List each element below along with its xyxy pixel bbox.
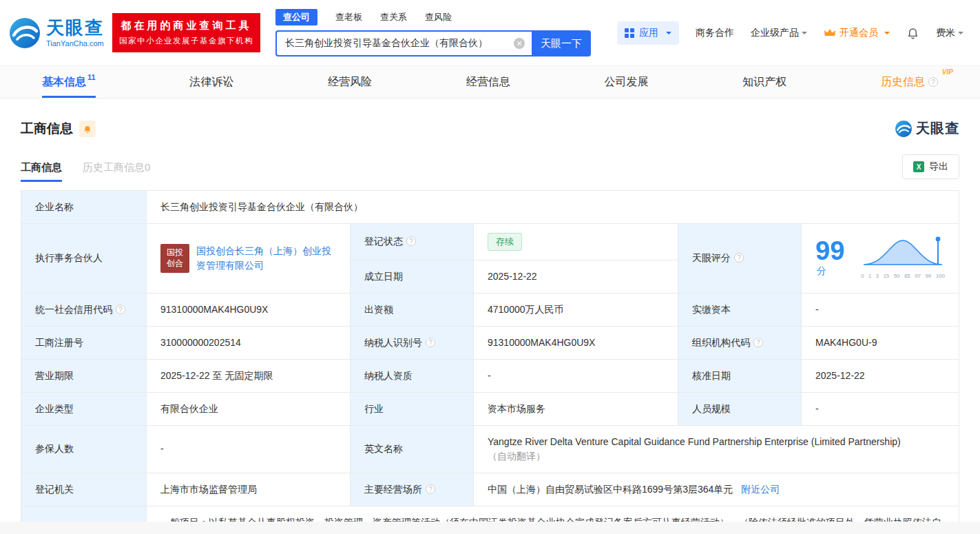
promo-line1: 都在用的商业查询工具	[119, 19, 253, 32]
business-info-table: 企业名称 长三角创业投资引导基金合伙企业（有限合伙） 执行事务合伙人 国投 创合…	[21, 190, 959, 534]
help-icon[interactable]: ?	[753, 338, 763, 347]
apps-menu[interactable]: 应用	[617, 21, 679, 45]
brand-watermark: 天眼查	[895, 119, 959, 138]
help-icon[interactable]: ?	[426, 338, 435, 347]
company-name-label: 企业名称	[21, 191, 147, 224]
tyc-score-label: 天眼评分?	[678, 224, 802, 294]
taxpayer-qualification-value: -	[474, 359, 678, 392]
chevron-down-icon	[802, 32, 807, 37]
subtab-history-business-info[interactable]: 历史工商信息0	[83, 161, 150, 182]
clear-search-icon[interactable]: ✕	[514, 38, 525, 49]
executive-partner-label: 执行事务合伙人	[21, 224, 147, 294]
tianyancha-logo-icon	[895, 120, 913, 138]
taxpayer-qualification-label: 纳税人资质	[351, 359, 474, 392]
top-navigation: 应用 商务合作 企业级产品 开通会员 费米	[617, 21, 963, 45]
search-area: 查公司 查老板 查关系 查风险 ✕ 天眼一下	[275, 9, 591, 57]
score-distribution-chart: 0131550859799100	[861, 236, 945, 280]
table-row: 执行事务合伙人 国投 创合 国投创合长三角（上海）创业投资管理有限公司 登记状态…	[21, 224, 959, 260]
search-tab-risk[interactable]: 查风险	[425, 11, 452, 23]
tianyancha-logo[interactable]: 天眼查 TianYanCha.com	[8, 17, 104, 50]
business-place-label: 主要经营场所?	[351, 473, 474, 506]
subscribe-bell-icon[interactable]	[79, 121, 96, 137]
tyc-score-value: 99分 0131550859799100	[802, 224, 959, 294]
tab-intellectual-property[interactable]: 知识产权	[738, 66, 791, 98]
english-name-value: Yangtze River Delta Venture Capital Guid…	[474, 425, 959, 473]
help-icon[interactable]: ?	[406, 236, 416, 246]
tab-legal[interactable]: 法律诉讼	[185, 66, 238, 98]
company-name-value: 长三角创业投资引导基金合伙企业（有限合伙）	[147, 191, 959, 224]
svg-text:X: X	[917, 163, 921, 171]
search-tab-boss[interactable]: 查老板	[335, 11, 362, 23]
section-tabbar: 基本信息11 法律诉讼 经营风险 经营信息 公司发展 知识产权 VIP 历史信息…	[0, 65, 980, 99]
industry-label: 行业	[351, 392, 474, 425]
paid-capital-value: -	[802, 293, 959, 326]
notification-bell-icon[interactable]	[906, 26, 919, 39]
partner-company-link[interactable]: 国投创合长三角（上海）创业投资管理有限公司	[196, 244, 336, 273]
vip-badge: VIP	[942, 68, 953, 76]
taxpayer-id-value: 91310000MAK4HG0U9X	[474, 326, 678, 359]
brand-name: 天眼查	[46, 18, 104, 38]
tab-count: 11	[87, 73, 96, 81]
score-unit: 分	[817, 265, 826, 276]
company-type-label: 企业类型	[21, 392, 147, 425]
footer-strip	[0, 522, 980, 534]
tab-operating-info[interactable]: 经营信息	[462, 66, 514, 98]
subtab-business-info[interactable]: 工商信息	[21, 161, 62, 182]
business-term-label: 营业期限	[21, 359, 147, 392]
tab-operating-risk[interactable]: 经营风险	[324, 66, 376, 98]
search-input[interactable]	[275, 30, 532, 57]
chevron-down-icon	[958, 32, 963, 37]
approval-date-label: 核准日期	[678, 359, 802, 392]
help-icon[interactable]: ?	[426, 484, 435, 494]
business-term-value: 2025-12-22 至 无固定期限	[147, 359, 351, 392]
nav-cooperation[interactable]: 商务合作	[696, 27, 734, 39]
promo-line2: 国家中小企业发展子基金旗下机构	[119, 36, 253, 46]
paid-capital-label: 实缴资本	[678, 293, 802, 326]
score-number: 99	[815, 236, 844, 265]
partner-company-logo: 国投 创合	[160, 244, 189, 273]
nav-enterprise-products[interactable]: 企业级产品	[751, 27, 807, 39]
insured-count-value: -	[147, 425, 351, 473]
brand-domain: TianYanCha.com	[46, 39, 104, 48]
section-title: 工商信息	[21, 120, 73, 138]
score-axis-labels: 0131550859799100	[861, 272, 945, 280]
help-icon[interactable]: ?	[928, 77, 938, 87]
open-vip-button[interactable]: 开通会员	[824, 27, 890, 39]
status-badge: 存续	[488, 233, 522, 251]
staff-size-label: 人员规模	[678, 392, 802, 425]
search-tab-relation[interactable]: 查关系	[380, 11, 407, 23]
export-button[interactable]: X 导出	[902, 154, 959, 179]
establish-date-value: 2025-12-22	[474, 260, 678, 293]
tab-company-development[interactable]: 公司发展	[601, 66, 653, 98]
search-button[interactable]: 天眼一下	[532, 30, 591, 57]
tab-history-info[interactable]: VIP 历史信息 ?	[877, 66, 942, 98]
main-content: 工商信息 天眼查 工商信息 历史工商信息0 X 导出	[0, 99, 980, 534]
table-row: 企业名称 长三角创业投资引导基金合伙企业（有限合伙）	[21, 191, 959, 224]
taxpayer-id-label: 纳税人识别号?	[351, 326, 474, 359]
search-tab-company[interactable]: 查公司	[275, 9, 317, 25]
tab-basic-info[interactable]: 基本信息11	[38, 66, 100, 98]
org-code-label: 组织机构代码?	[678, 326, 802, 359]
crown-icon	[824, 28, 836, 37]
credit-code-label: 统一社会信用代码?	[21, 293, 147, 326]
help-icon[interactable]: ?	[116, 305, 125, 314]
help-icon[interactable]: ?	[734, 253, 744, 263]
registration-authority-value: 上海市市场监督管理局	[147, 473, 351, 506]
industry-value: 资本市场服务	[474, 392, 678, 425]
org-code-value: MAK4HG0U-9	[802, 326, 959, 359]
english-name-label: 英文名称	[351, 425, 474, 473]
user-menu[interactable]: 费米	[936, 27, 963, 39]
executive-partner-value: 国投 创合 国投创合长三角（上海）创业投资管理有限公司	[147, 224, 351, 294]
reg-number-label: 工商注册号	[21, 326, 147, 359]
capital-label: 出资额	[351, 293, 474, 326]
table-row: 企业类型 有限合伙企业 行业 资本市场服务 人员规模 -	[21, 392, 959, 425]
capital-value: 4710000万人民币	[474, 293, 678, 326]
business-place-value: 中国（上海）自由贸易试验区中科路1699号第3层364单元 附近公司	[474, 473, 959, 506]
apps-label: 应用	[639, 27, 658, 39]
nearby-companies-link[interactable]: 附近公司	[741, 484, 780, 495]
auto-translate-note: （自动翻译）	[488, 449, 945, 464]
insured-count-label: 参保人数	[21, 425, 147, 473]
company-type-value: 有限合伙企业	[147, 392, 351, 425]
reg-status-value: 存续	[474, 224, 678, 260]
registration-authority-label: 登记机关	[21, 473, 147, 506]
